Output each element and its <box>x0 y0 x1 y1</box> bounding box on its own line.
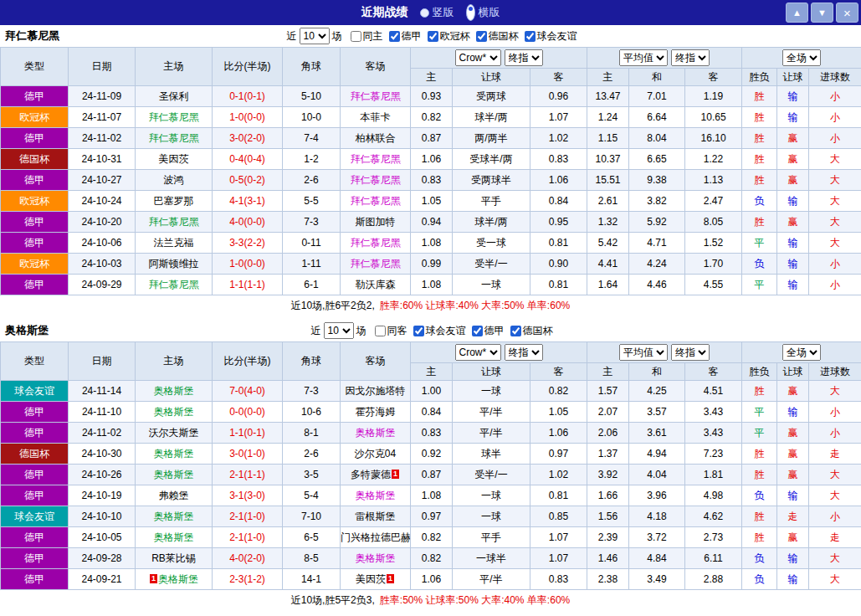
match-count-select[interactable]: 10 <box>300 28 330 44</box>
team-link[interactable]: 奥格斯堡 <box>158 573 198 585</box>
team-link[interactable]: 奥格斯堡 <box>154 511 194 522</box>
league-filter-德国杯[interactable]: 德国杯 <box>510 324 553 338</box>
bookmaker-select[interactable]: 终指 <box>505 49 543 66</box>
league-filter-欧冠杯[interactable]: 欧冠杯 <box>428 29 470 44</box>
same-venue-filter[interactable]: 同客 <box>375 324 407 338</box>
team-link[interactable]: 拜仁慕尼黑 <box>351 258 401 270</box>
team-link[interactable]: 柏林联合 <box>356 132 396 144</box>
team-link[interactable]: 拜仁慕尼黑 <box>351 174 401 186</box>
team-link[interactable]: 勒沃库森 <box>356 279 396 290</box>
team-link[interactable]: 阿斯顿维拉 <box>149 258 199 270</box>
team-link[interactable]: 沙尔克04 <box>355 448 396 459</box>
league-checkbox[interactable] <box>413 326 424 336</box>
team-name[interactable]: 拜仁慕尼黑 <box>0 28 59 44</box>
league-filter-球会友谊[interactable]: 球会友谊 <box>525 29 577 44</box>
league-checkbox[interactable] <box>428 31 438 42</box>
match-row: 德国杯24-10-30奥格斯堡3-0(1-0)2-6沙尔克040.92球半0.9… <box>1 444 861 465</box>
average-select[interactable]: 终指 <box>671 344 710 361</box>
away-team-cell: 拜仁慕尼黑 <box>341 170 411 191</box>
team-link[interactable]: 霍芬海姆 <box>356 406 396 418</box>
corners-cell: 10-6 <box>283 402 341 423</box>
match-count-select[interactable]: 10 <box>324 322 354 339</box>
bookmaker-select[interactable]: Crow* <box>455 344 501 361</box>
fulltime-select[interactable]: 全场 <box>782 49 821 66</box>
same-venue-filter[interactable]: 同主 <box>351 29 383 44</box>
scroll-down-button[interactable]: ▼ <box>811 3 833 23</box>
team-link[interactable]: 拜仁慕尼黑 <box>149 111 199 123</box>
team-link[interactable]: 沃尔夫斯堡 <box>149 427 199 439</box>
avg-home-cell: 2.39 <box>587 527 629 548</box>
bookmaker-select[interactable]: 终指 <box>505 344 543 361</box>
odds-away-cell: 0.85 <box>530 506 587 527</box>
avg-away-cell: 1.19 <box>685 86 742 107</box>
team-link[interactable]: 奥格斯堡 <box>356 552 396 564</box>
layout-radio-horizontal[interactable]: 横版 <box>466 4 500 21</box>
avg-away-cell: 1.81 <box>685 465 742 485</box>
team-link[interactable]: 美因茨 <box>159 153 189 165</box>
team-link[interactable]: 美因茨 <box>356 573 386 585</box>
home-team-cell: RB莱比锡 <box>136 548 213 569</box>
odds-handicap-cell: 受两球半 <box>453 170 530 191</box>
corners-cell: 7-3 <box>283 212 341 233</box>
team-link[interactable]: 奥格斯堡 <box>154 406 194 418</box>
team-link[interactable]: 奥格斯堡 <box>154 385 194 397</box>
team-link[interactable]: 奥格斯堡 <box>356 490 396 501</box>
fulltime-select[interactable]: 全场 <box>782 344 821 361</box>
team-link[interactable]: 雷根斯堡 <box>356 511 396 522</box>
league-checkbox[interactable] <box>476 31 487 42</box>
team-link[interactable]: 奥格斯堡 <box>154 531 194 543</box>
same-venue-checkbox[interactable] <box>375 326 386 336</box>
team-link[interactable]: 拜仁慕尼黑 <box>351 237 401 249</box>
avg-away-cell: 6.11 <box>685 548 742 569</box>
avg-draw-cell: 3.49 <box>629 569 685 590</box>
avg-away-cell: 4.51 <box>685 381 742 402</box>
team-link[interactable]: 拜仁慕尼黑 <box>351 153 401 165</box>
avg-draw-cell: 4.84 <box>629 548 685 569</box>
league-checkbox[interactable] <box>525 31 536 42</box>
score-cell: 3-0(2-0) <box>213 128 283 149</box>
corners-cell: 3-5 <box>283 465 341 485</box>
same-venue-checkbox[interactable] <box>351 31 361 42</box>
team-link[interactable]: 波鸿 <box>164 174 184 186</box>
subcolumn-header: 主 <box>587 69 629 86</box>
team-link[interactable]: 多特蒙德 <box>351 469 391 480</box>
result-cell: 胜 <box>742 128 777 149</box>
league-checkbox[interactable] <box>389 31 400 42</box>
close-button[interactable]: × <box>836 3 858 23</box>
team-link[interactable]: 拜仁慕尼黑 <box>149 279 199 290</box>
team-link[interactable]: 圣保利 <box>159 90 189 102</box>
league-checkbox[interactable] <box>510 326 521 336</box>
team-link[interactable]: 弗赖堡 <box>159 490 189 501</box>
team-link[interactable]: 拜仁慕尼黑 <box>149 132 199 144</box>
team-link[interactable]: 奥格斯堡 <box>356 427 396 439</box>
average-select[interactable]: 平均值 <box>619 344 668 361</box>
odds-handicap-cell: 球半 <box>453 444 530 465</box>
scroll-up-button[interactable]: ▲ <box>786 3 808 23</box>
team-link[interactable]: 本菲卡 <box>361 111 391 123</box>
filter-bar: 近10场同主德甲欧冠杯德国杯球会友谊 <box>284 28 577 44</box>
subcolumn-header: 让球 <box>777 69 809 86</box>
bookmaker-select[interactable]: Crow* <box>455 49 501 66</box>
team-name[interactable]: 奥格斯堡 <box>0 323 49 338</box>
league-filter-德甲[interactable]: 德甲 <box>389 29 422 44</box>
odds-handicap-cell: 一球 <box>453 506 530 527</box>
team-link[interactable]: 拜仁慕尼黑 <box>351 90 401 102</box>
team-link[interactable]: 奥格斯堡 <box>154 469 194 480</box>
layout-radio-vertical[interactable]: 竖版 <box>420 5 454 20</box>
team-link[interactable]: 因戈尔施塔特 <box>346 385 406 397</box>
league-filter-球会友谊[interactable]: 球会友谊 <box>413 324 466 338</box>
average-select[interactable]: 终指 <box>671 49 710 66</box>
league-filter-德国杯[interactable]: 德国杯 <box>476 29 519 44</box>
team-link[interactable]: 拜仁慕尼黑 <box>149 216 199 228</box>
team-link[interactable]: 巴塞罗那 <box>154 195 194 207</box>
team-link[interactable]: 奥格斯堡 <box>154 448 194 459</box>
league-filter-德甲[interactable]: 德甲 <box>472 324 505 338</box>
team-link[interactable]: RB莱比锡 <box>151 552 196 564</box>
team-link[interactable]: 拜仁慕尼黑 <box>351 195 401 207</box>
average-select[interactable]: 平均值 <box>619 49 668 66</box>
team-link[interactable]: 门兴格拉德巴赫 <box>341 531 411 543</box>
team-link[interactable]: 斯图加特 <box>356 216 396 228</box>
date-cell: 24-09-29 <box>69 275 136 295</box>
league-checkbox[interactable] <box>472 326 483 336</box>
team-link[interactable]: 法兰克福 <box>154 237 194 249</box>
